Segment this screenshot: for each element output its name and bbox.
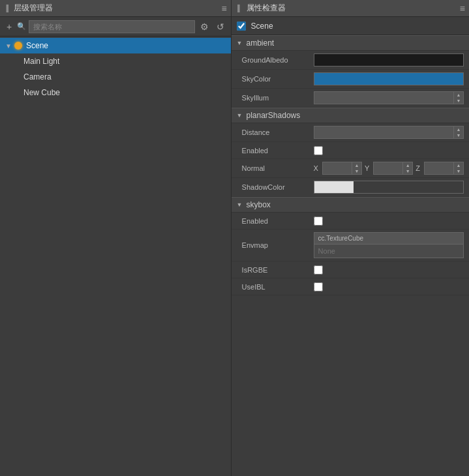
useibl-checkbox[interactable] bbox=[314, 282, 323, 291]
scene-icon bbox=[13, 40, 23, 51]
sky-illum-input[interactable]: 20000 bbox=[314, 91, 453, 104]
envmap-value: cc.TextureCube bbox=[314, 232, 464, 258]
left-panel-menu-icon[interactable]: ≡ bbox=[221, 3, 226, 14]
normal-x-label: X bbox=[314, 164, 318, 172]
distance-down-btn[interactable]: ▼ bbox=[454, 132, 463, 138]
right-panel-title: 属性检查器 bbox=[247, 3, 286, 14]
normal-x-down-btn[interactable]: ▼ bbox=[352, 168, 361, 174]
panel-divider-icon: ▐ bbox=[4, 5, 8, 12]
envmap-type-label: cc.TextureCube bbox=[318, 235, 363, 242]
prop-row-ground-albedo: GroundAlbedo bbox=[232, 51, 469, 70]
sky-color-value bbox=[314, 72, 464, 85]
shadow-color-color[interactable] bbox=[314, 181, 464, 194]
normal-z-up-btn[interactable]: ▲ bbox=[454, 162, 463, 168]
skybox-enabled-value bbox=[314, 216, 464, 226]
ground-albedo-value bbox=[314, 53, 464, 67]
distance-input[interactable]: 0 bbox=[314, 126, 453, 139]
distance-label: Distance bbox=[242, 128, 314, 136]
prop-row-sky-illum: SkyIllum 20000 ▲ ▼ bbox=[232, 89, 469, 108]
normal-y-input[interactable]: 1 bbox=[373, 162, 402, 175]
skybox-toggle-icon: ▼ bbox=[237, 201, 243, 208]
prop-row-sky-color: SkyColor bbox=[232, 70, 469, 89]
scene-label: Scene bbox=[26, 41, 48, 50]
skybox-enabled-label: Enabled bbox=[242, 217, 314, 225]
sky-illum-value: 20000 ▲ ▼ bbox=[314, 91, 464, 104]
tree-toggle-scene[interactable]: ▼ bbox=[4, 41, 13, 50]
sky-color-label: SkyColor bbox=[242, 75, 314, 83]
right-panel-header-left: ▐ 属性检查器 bbox=[235, 3, 286, 14]
tree-item-scene[interactable]: ▼ Scene bbox=[0, 38, 231, 53]
normal-z-label: Z bbox=[416, 164, 420, 172]
left-panel-header-left: ▐ 层级管理器 bbox=[4, 3, 53, 14]
left-toolbar: + 🔍 ⚙ ↺ bbox=[0, 17, 231, 37]
normal-y-spinner-btns: ▲ ▼ bbox=[402, 162, 413, 175]
camera-label: Camera bbox=[23, 72, 52, 82]
distance-spinner: 0 ▲ ▼ bbox=[314, 126, 464, 139]
tree-item-main-light[interactable]: Main Light bbox=[0, 53, 231, 69]
sky-illum-up-btn[interactable]: ▲ bbox=[454, 92, 463, 98]
tree-item-new-cube[interactable]: New Cube bbox=[0, 85, 231, 100]
sky-color-swatch bbox=[314, 73, 463, 85]
isrgbe-value bbox=[314, 265, 464, 275]
toolbar-right-buttons: ⚙ ↺ bbox=[198, 20, 227, 33]
distance-up-btn[interactable]: ▲ bbox=[454, 126, 463, 132]
prop-row-planar-enabled: Enabled bbox=[232, 142, 469, 159]
right-panel-menu-icon[interactable]: ≡ bbox=[460, 3, 465, 14]
scene-name: Scene bbox=[251, 22, 273, 31]
sky-color-color[interactable] bbox=[314, 72, 464, 85]
normal-x-input[interactable]: 0 bbox=[322, 162, 352, 175]
planar-shadows-title: planarShadows bbox=[247, 111, 301, 120]
normal-y-up-btn[interactable]: ▲ bbox=[403, 162, 412, 168]
add-button[interactable]: + bbox=[4, 20, 14, 33]
useibl-label: UseIBL bbox=[242, 283, 314, 291]
planar-enabled-label: Enabled bbox=[242, 147, 314, 155]
normal-z-spinner-btns: ▲ ▼ bbox=[453, 162, 464, 175]
distance-spinner-btns: ▲ ▼ bbox=[453, 126, 464, 139]
left-panel-header: ▐ 层级管理器 ≡ bbox=[0, 0, 231, 17]
envmap-label: Envmap bbox=[242, 241, 314, 249]
search-icon: 🔍 bbox=[17, 22, 26, 31]
normal-value: X 0 ▲ ▼ Y 1 ▲ bbox=[314, 162, 464, 175]
normal-z-wrapper: 0 ▲ ▼ bbox=[424, 162, 464, 175]
prop-row-normal: Normal X 0 ▲ ▼ Y 1 bbox=[232, 159, 469, 178]
section-header-ambient[interactable]: ▼ ambient bbox=[232, 35, 469, 51]
skybox-title: skybox bbox=[247, 200, 271, 209]
search-input[interactable] bbox=[29, 20, 194, 33]
refresh-button[interactable]: ↺ bbox=[214, 20, 227, 33]
isrgbe-checkbox[interactable] bbox=[314, 265, 323, 275]
shadow-color-label: ShadowColor bbox=[242, 183, 314, 191]
normal-x-up-btn[interactable]: ▲ bbox=[352, 162, 361, 168]
sky-illum-spinner: 20000 ▲ ▼ bbox=[314, 91, 464, 104]
normal-y-label: Y bbox=[365, 164, 369, 172]
sky-illum-spinner-btns: ▲ ▼ bbox=[453, 91, 464, 104]
envmap-type-bar: cc.TextureCube bbox=[314, 232, 464, 244]
sky-illum-down-btn[interactable]: ▼ bbox=[454, 98, 463, 104]
ground-albedo-label: GroundAlbedo bbox=[242, 56, 314, 64]
ambient-title: ambient bbox=[247, 38, 275, 48]
left-panel: ▐ 层级管理器 ≡ + 🔍 ⚙ ↺ ▼ Scene bbox=[0, 0, 232, 476]
skybox-enabled-checkbox[interactable] bbox=[314, 216, 323, 226]
prop-row-distance: Distance 0 ▲ ▼ bbox=[232, 123, 469, 142]
section-header-planar-shadows[interactable]: ▼ planarShadows bbox=[232, 108, 469, 123]
section-header-skybox[interactable]: ▼ skybox bbox=[232, 197, 469, 213]
planar-enabled-checkbox[interactable] bbox=[314, 146, 323, 155]
sky-illum-label: SkyIllum bbox=[242, 94, 314, 102]
tree-item-camera[interactable]: Camera bbox=[0, 69, 231, 85]
settings-button[interactable]: ⚙ bbox=[198, 20, 211, 33]
normal-y-down-btn[interactable]: ▼ bbox=[403, 168, 412, 174]
shadow-color-value bbox=[314, 181, 464, 194]
isrgbe-label: IsRGBE bbox=[242, 266, 314, 274]
shadow-color-swatch bbox=[314, 181, 354, 193]
distance-value: 0 ▲ ▼ bbox=[314, 126, 464, 139]
scene-checkbox[interactable] bbox=[237, 22, 246, 31]
ground-albedo-color[interactable] bbox=[314, 53, 464, 67]
useibl-value bbox=[314, 282, 464, 291]
props-content: Scene ▼ ambient GroundAlbedo SkyColor bbox=[232, 17, 469, 476]
envmap-wrapper: cc.TextureCube bbox=[314, 232, 464, 258]
scene-tree: ▼ Scene Main Light Camera New Cube bbox=[0, 37, 231, 476]
scene-row: Scene bbox=[232, 17, 469, 35]
prop-row-envmap: Envmap cc.TextureCube bbox=[232, 230, 469, 261]
normal-z-down-btn[interactable]: ▼ bbox=[454, 168, 463, 174]
envmap-input[interactable] bbox=[314, 244, 464, 258]
normal-z-input[interactable]: 0 bbox=[424, 162, 453, 175]
